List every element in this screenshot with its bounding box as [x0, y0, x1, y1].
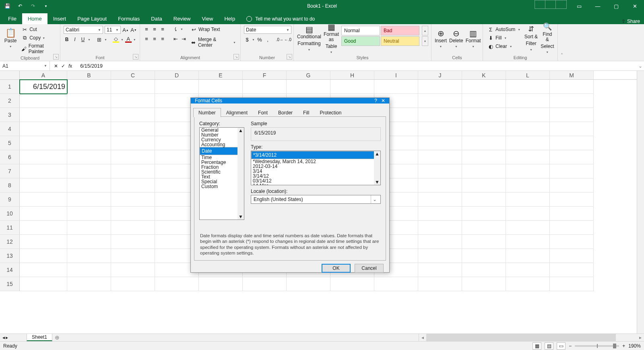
cell[interactable] [20, 178, 67, 193]
type-listbox[interactable]: *3/14/2012*Wednesday, March 14, 20122012… [251, 151, 381, 185]
cell[interactable] [462, 80, 506, 94]
conditional-formatting-button[interactable]: ▤ Conditional Formatting ▼ [297, 26, 321, 52]
dialog-help-icon[interactable]: ? [374, 98, 377, 104]
tab-home[interactable]: Home [22, 13, 47, 24]
cell[interactable] [20, 207, 67, 221]
style-gallery-more-icon[interactable]: ▼ [422, 36, 428, 46]
delete-cells-button[interactable]: ⊖Delete▼ [449, 26, 463, 52]
comma-icon[interactable]: , [264, 36, 271, 43]
clipboard-launcher-icon[interactable]: ↘ [53, 54, 59, 60]
customize-qat-icon[interactable]: ▼ [40, 1, 52, 11]
cell[interactable] [20, 235, 67, 249]
cell[interactable] [20, 108, 67, 122]
locale-combobox[interactable]: English (United States)⌄ [251, 195, 381, 204]
cell[interactable] [111, 207, 155, 221]
cell[interactable] [550, 178, 594, 193]
cell[interactable] [418, 193, 462, 207]
cell[interactable] [374, 277, 418, 291]
column-header[interactable]: E [199, 71, 243, 79]
align-top-icon[interactable]: ≡ [143, 26, 150, 32]
row-header[interactable]: 8 [0, 178, 20, 193]
align-middle-icon[interactable]: ≡ [151, 26, 158, 32]
cell[interactable] [67, 94, 111, 108]
zoom-level[interactable]: 190% [628, 343, 641, 349]
cell[interactable] [550, 164, 594, 178]
cell[interactable] [199, 80, 243, 94]
cell[interactable] [418, 108, 462, 122]
normal-view-icon[interactable]: ▦ [533, 342, 541, 350]
merge-center-button[interactable]: ⬌Merge & Center▼ [189, 36, 237, 48]
row-header[interactable]: 13 [0, 249, 20, 263]
dialog-close-icon[interactable]: ✕ [381, 98, 385, 104]
cell[interactable] [418, 94, 462, 108]
tab-formulas[interactable]: Formulas [112, 13, 145, 24]
column-header[interactable]: A [20, 71, 67, 79]
column-header[interactable]: L [506, 71, 550, 79]
cell[interactable] [418, 235, 462, 249]
cell[interactable] [462, 122, 506, 136]
number-launcher-icon[interactable]: ↘ [287, 54, 292, 60]
dlg-tab-border[interactable]: Border [273, 108, 298, 117]
sort-filter-button[interactable]: ⇵Sort &Filter ▼ [524, 26, 538, 52]
cell[interactable] [462, 94, 506, 108]
cell[interactable] [67, 277, 111, 291]
column-header[interactable]: D [155, 71, 199, 79]
cell[interactable] [462, 277, 506, 291]
cell[interactable] [67, 207, 111, 221]
cell[interactable] [506, 235, 550, 249]
column-header[interactable]: G [287, 71, 330, 79]
cell[interactable] [287, 277, 330, 291]
cell[interactable] [20, 164, 67, 178]
ribbon-options-icon[interactable]: ▭ [570, 0, 588, 12]
cell[interactable] [506, 80, 550, 94]
align-bottom-icon[interactable]: ≡ [159, 26, 166, 32]
tab-view[interactable]: View [196, 13, 219, 24]
cell[interactable] [506, 136, 550, 150]
cell[interactable] [550, 249, 594, 263]
redo-icon[interactable]: ↷ [27, 1, 39, 11]
cell[interactable] [550, 277, 594, 291]
style-normal[interactable]: Normal [341, 26, 380, 35]
fill-button[interactable]: ⬇Fill▼ [486, 34, 522, 41]
cell[interactable] [506, 122, 550, 136]
style-neutral[interactable]: Neutral [381, 36, 419, 46]
tab-insert[interactable]: Insert [47, 13, 72, 24]
row-header[interactable]: 12 [0, 235, 20, 249]
cell[interactable] [506, 221, 550, 235]
account-box[interactable] [535, 0, 567, 9]
cell[interactable] [330, 80, 374, 94]
row-header[interactable]: 4 [0, 122, 20, 136]
tab-file[interactable]: File [2, 13, 22, 24]
column-header[interactable]: M [550, 71, 594, 79]
format-as-table-button[interactable]: ▦ Format as Table ▼ [324, 26, 339, 52]
cell[interactable] [506, 277, 550, 291]
horizontal-scrollbar[interactable]: ◂ ▸ [419, 334, 644, 341]
format-painter-button[interactable]: 🖌Format Painter [20, 43, 57, 55]
zoom-out-icon[interactable]: − [569, 343, 572, 349]
cell[interactable] [462, 249, 506, 263]
insert-cells-button[interactable]: ⊕Insert▼ [435, 26, 447, 52]
cell[interactable] [20, 277, 67, 291]
cell[interactable] [67, 193, 111, 207]
cell[interactable] [67, 221, 111, 235]
cell[interactable] [418, 221, 462, 235]
cell[interactable] [20, 94, 67, 108]
cell[interactable] [418, 136, 462, 150]
cell[interactable] [374, 80, 418, 94]
column-header[interactable]: K [462, 71, 506, 79]
cell[interactable] [506, 164, 550, 178]
accounting-icon[interactable]: $ [244, 36, 250, 43]
style-good[interactable]: Good [341, 36, 380, 46]
scroll-down-icon[interactable]: ▼ [238, 214, 243, 220]
cell[interactable] [111, 221, 155, 235]
column-header[interactable]: J [418, 71, 462, 79]
column-header[interactable]: C [111, 71, 155, 79]
cell[interactable] [418, 80, 462, 94]
dlg-tab-alignment[interactable]: Alignment [221, 108, 253, 117]
increase-decimal-icon[interactable]: .0→ [277, 36, 283, 43]
cell[interactable] [550, 193, 594, 207]
save-icon[interactable]: 💾 [2, 1, 13, 11]
cell[interactable] [67, 150, 111, 164]
sheet-tab[interactable]: Sheet1 [27, 334, 52, 341]
hscroll-thumb[interactable] [426, 334, 616, 341]
